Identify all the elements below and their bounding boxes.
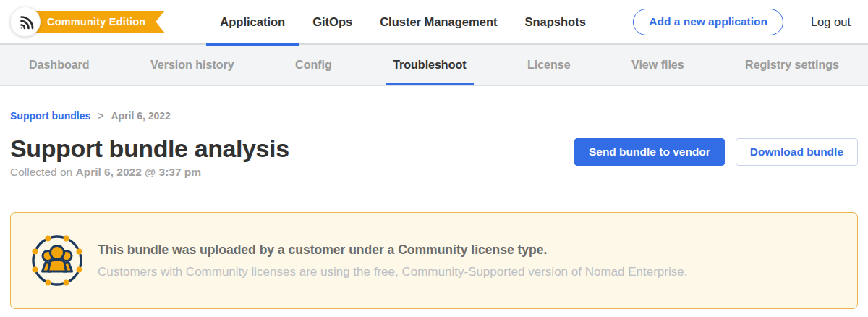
add-new-application-button[interactable]: Add a new application — [633, 9, 783, 35]
alert-body: Customers with Community licenses are us… — [98, 265, 687, 279]
subtab-license[interactable]: License — [520, 45, 578, 85]
title-row: Support bundle analysis Collected on Apr… — [10, 135, 858, 179]
collected-timestamp: Collected on April 6, 2022 @ 3:37 pm — [10, 166, 289, 179]
tab-cluster-management[interactable]: Cluster Management — [366, 0, 511, 44]
subtab-registry-settings[interactable]: Registry settings — [738, 45, 846, 85]
brand: Community Edition — [10, 7, 164, 37]
breadcrumb-separator: > — [98, 110, 103, 122]
breadcrumb-support-bundles-link[interactable]: Support bundles — [10, 110, 90, 122]
breadcrumb: Support bundles > April 6, 2022 — [10, 110, 858, 122]
alert-text: This bundle was uploaded by a customer u… — [98, 242, 687, 279]
title-actions: Send bundle to vendor Download bundle — [574, 138, 858, 166]
subtab-view-files[interactable]: View files — [624, 45, 692, 85]
subtab-version-history[interactable]: Version history — [143, 45, 242, 85]
tab-application[interactable]: Application — [206, 0, 299, 44]
top-actions: Add a new application Log out — [633, 9, 851, 35]
top-nav-bar: Community Edition Application GitOps Clu… — [0, 0, 868, 45]
collected-prefix: Collected on — [10, 166, 72, 178]
secondary-nav: Dashboard Version history Config Trouble… — [0, 45, 868, 86]
main-content: Support bundles > April 6, 2022 Support … — [0, 86, 868, 309]
tab-gitops[interactable]: GitOps — [299, 0, 366, 44]
download-bundle-button[interactable]: Download bundle — [736, 138, 858, 166]
tab-snapshots[interactable]: Snapshots — [511, 0, 599, 44]
alert-heading: This bundle was uploaded by a customer u… — [98, 242, 687, 258]
subtab-dashboard[interactable]: Dashboard — [22, 45, 97, 85]
replicated-logo-icon[interactable] — [10, 7, 41, 37]
logout-link[interactable]: Log out — [811, 15, 851, 29]
primary-nav: Application GitOps Cluster Management Sn… — [206, 0, 600, 44]
send-bundle-to-vendor-button[interactable]: Send bundle to vendor — [574, 138, 725, 166]
breadcrumb-current: April 6, 2022 — [111, 110, 171, 122]
community-license-alert: This bundle was uploaded by a customer u… — [10, 212, 858, 309]
subtab-troubleshoot[interactable]: Troubleshoot — [386, 45, 473, 85]
title-block: Support bundle analysis Collected on Apr… — [10, 135, 289, 179]
page-title: Support bundle analysis — [10, 135, 289, 163]
community-edition-badge: Community Edition — [25, 11, 164, 33]
collected-date: April 6, 2022 @ 3:37 pm — [75, 166, 201, 178]
community-group-icon — [28, 232, 86, 289]
subtab-config[interactable]: Config — [288, 45, 339, 85]
